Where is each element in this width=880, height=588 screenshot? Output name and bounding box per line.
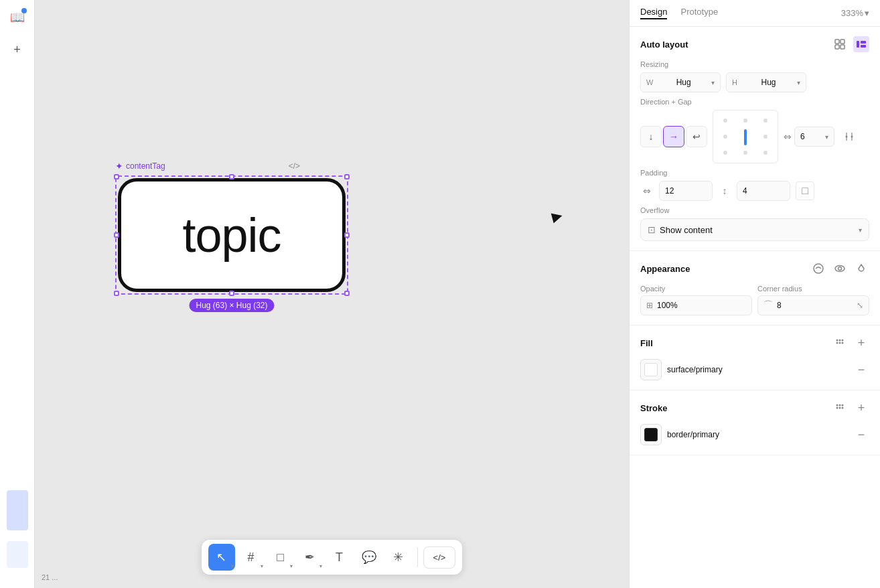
handle-tr[interactable] xyxy=(344,174,350,179)
corner-radius-input[interactable]: ⌒ 8 ⤡ xyxy=(757,295,869,315)
component-selection-box[interactable]: topic Hug (63) × Hug (32) xyxy=(115,175,348,295)
gap-value: 6 xyxy=(800,132,805,141)
height-field[interactable]: H Hug ▾ xyxy=(726,72,806,92)
opacity-input[interactable]: ⊞ 100% xyxy=(640,295,752,315)
align-dot-tl[interactable] xyxy=(723,119,727,123)
handle-ml[interactable] xyxy=(114,232,119,238)
gap-control: ⇔ 6 ▾ xyxy=(784,127,834,147)
h-padding-input[interactable]: 12 xyxy=(659,181,713,201)
svg-point-23 xyxy=(836,407,838,409)
svg-point-17 xyxy=(836,342,838,344)
auto-layout-layout-icon[interactable] xyxy=(853,36,869,52)
align-dot-tc[interactable] xyxy=(743,119,747,123)
height-value: Hug xyxy=(761,78,776,87)
width-value: Hug xyxy=(676,78,691,87)
zoom-indicator[interactable]: 333% ▾ xyxy=(841,8,869,18)
handle-mr[interactable] xyxy=(344,232,350,238)
speech-icon: 💬 xyxy=(362,550,376,565)
align-dot-tr[interactable] xyxy=(763,119,767,123)
height-chevron: ▾ xyxy=(797,79,800,86)
alignment-grid[interactable] xyxy=(713,110,778,163)
expand-icon[interactable]: ⤡ xyxy=(857,301,863,310)
handle-tm[interactable] xyxy=(229,174,234,179)
fill-section: Fill + surface/primar xyxy=(630,325,880,390)
rect-icon: □ xyxy=(277,550,284,565)
handle-bl[interactable] xyxy=(114,291,119,296)
add-icon-btn[interactable]: + xyxy=(7,39,28,60)
svg-rect-1 xyxy=(840,40,845,44)
align-dot-br[interactable] xyxy=(763,151,767,155)
fill-add-btn[interactable]: + xyxy=(853,335,869,351)
stroke-actions: + xyxy=(832,400,869,416)
eye-icon[interactable] xyxy=(832,261,848,277)
select-icon: ↖ xyxy=(216,550,226,565)
gap-icon: ⇔ xyxy=(784,131,792,142)
v-padding-input[interactable]: 4 xyxy=(737,181,790,201)
droplet-icon[interactable] xyxy=(853,261,869,277)
mask-icon[interactable] xyxy=(810,261,826,277)
padding-corner-btn[interactable]: □ xyxy=(796,181,814,200)
tab-prototype[interactable]: Prototype xyxy=(680,7,718,19)
text-icon: T xyxy=(336,550,343,565)
stroke-title: Stroke xyxy=(640,403,667,413)
select-tool-btn[interactable]: ↖ ▾ xyxy=(208,544,235,571)
rect-tool-btn[interactable]: □ ▾ xyxy=(267,544,294,571)
overflow-dropdown[interactable]: ⊡ Show content ▾ xyxy=(640,218,869,241)
align-dot-bc[interactable] xyxy=(743,151,747,155)
frame-icon: # xyxy=(248,550,254,565)
topic-text: topic xyxy=(182,208,281,263)
auto-layout-grid-icon[interactable] xyxy=(832,36,848,52)
stroke-add-btn[interactable]: + xyxy=(853,400,869,416)
fill-remove-btn[interactable]: − xyxy=(853,362,869,378)
stroke-remove-btn[interactable]: − xyxy=(853,427,869,443)
width-field[interactable]: W Hug ▾ xyxy=(640,72,721,92)
topic-card: topic xyxy=(118,178,346,292)
plugin-tool-btn[interactable]: ✳ xyxy=(385,544,412,571)
fill-color-swatch[interactable] xyxy=(640,359,662,380)
direction-buttons: ↓ → ↩ xyxy=(640,126,707,147)
book-icon-btn[interactable]: 📖 xyxy=(7,7,28,28)
handle-bm[interactable] xyxy=(229,291,234,296)
tab-design[interactable]: Design xyxy=(640,7,667,19)
corner-icon: ⌒ xyxy=(763,299,773,311)
svg-point-18 xyxy=(839,342,841,344)
resizing-label: Resizing xyxy=(640,60,869,68)
canvas[interactable]: ✦ contentTag </> topic Hug (63) × Hug (3… xyxy=(35,0,629,588)
svg-point-22 xyxy=(842,405,844,407)
pen-tool-btn[interactable]: ✒ ▾ xyxy=(297,544,323,571)
overflow-label: Overflow xyxy=(640,206,869,214)
dir-wrap-btn[interactable]: ↩ xyxy=(686,126,707,147)
overflow-value: Show content xyxy=(660,225,713,235)
auto-layout-header: Auto layout xyxy=(640,36,869,52)
align-extra-icon[interactable] xyxy=(840,127,859,146)
frame-tool-btn[interactable]: # ▾ xyxy=(238,544,265,571)
fill-grid-icon[interactable] xyxy=(832,335,848,351)
handle-br[interactable] xyxy=(344,291,350,296)
dir-down-btn[interactable]: ↓ xyxy=(640,126,662,147)
handle-tl[interactable] xyxy=(114,174,119,179)
sparkle-icon: ✦ xyxy=(115,161,123,171)
svg-rect-3 xyxy=(840,45,845,49)
text-tool-btn[interactable]: T xyxy=(326,544,353,571)
code-btn[interactable]: </> xyxy=(423,546,456,569)
code-tag[interactable]: </> xyxy=(289,161,300,171)
canvas-element-wrapper: ✦ contentTag </> topic Hug (63) × Hug (3… xyxy=(115,161,348,295)
size-label: Hug (63) × Hug (32) xyxy=(189,299,274,312)
overflow-row: ⊡ Show content ▾ xyxy=(640,218,869,241)
fill-actions: + xyxy=(832,335,869,351)
overflow-icon: ⊡ xyxy=(648,224,656,235)
stroke-color-swatch[interactable] xyxy=(640,424,662,445)
h-padding-icon: ⇔ xyxy=(640,186,654,196)
canvas-numbers: 21 ... xyxy=(42,573,58,581)
align-dot-bl[interactable] xyxy=(723,151,727,155)
stroke-grid-icon[interactable] xyxy=(832,400,848,416)
svg-rect-0 xyxy=(835,40,839,44)
align-dot-mr[interactable] xyxy=(763,135,767,139)
gap-input[interactable]: 6 ▾ xyxy=(794,127,834,147)
align-dot-ml[interactable] xyxy=(723,135,727,139)
corner-radius-value: 8 xyxy=(777,301,782,310)
speech-tool-btn[interactable]: 💬 xyxy=(356,544,382,571)
align-bar-center[interactable] xyxy=(736,129,755,144)
dir-right-btn[interactable]: → xyxy=(663,126,684,147)
code-icon: </> xyxy=(433,553,446,563)
